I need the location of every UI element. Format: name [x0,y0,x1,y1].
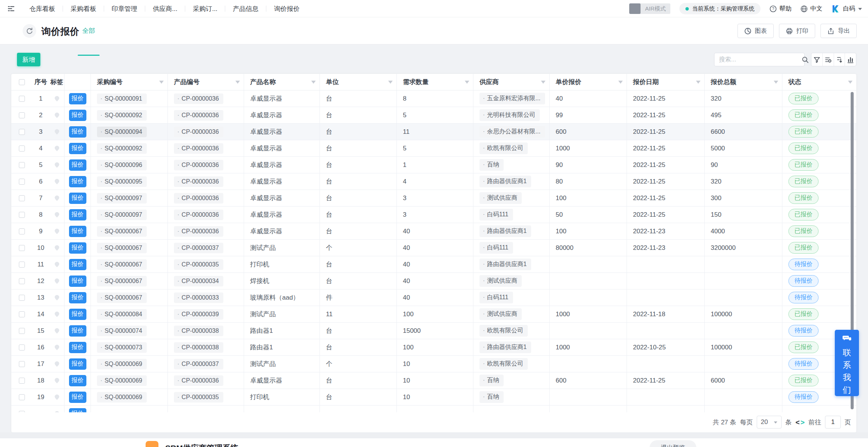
sort-caret-icon[interactable] [696,81,701,84]
help-link[interactable]: ? 帮助 [770,5,791,13]
refresh-button[interactable] [23,24,36,38]
exit-preview-button[interactable]: 退出预览 [650,440,696,447]
quote-button[interactable]: 报价 [69,93,86,104]
row-checkbox[interactable] [19,145,25,152]
quote-button[interactable]: 报价 [69,375,86,386]
menu-icon[interactable] [7,5,15,13]
table-row[interactable]: 13 报价 SQ-00000067 CP-00000033 玻璃原料（aad） … [11,289,856,306]
quote-button[interactable]: 报价 [69,259,86,270]
nav-item[interactable]: 询价报价 [266,5,307,13]
search-input[interactable] [714,56,802,63]
air-mode-toggle[interactable]: AIR模式 [629,3,670,14]
row-checkbox[interactable] [19,212,25,218]
quote-button[interactable]: 报价 [69,276,86,287]
row-checkbox[interactable] [19,378,25,384]
table-row[interactable]: 2 报价 SQ-00000092 CP-00000036 卓威显示器 台 5 光… [11,107,856,124]
table-row[interactable]: 报价 [11,406,856,412]
chart-view-button[interactable] [845,53,856,66]
row-checkbox[interactable] [19,394,25,400]
row-checkbox[interactable] [19,162,25,168]
quote-button[interactable]: 报价 [69,159,86,171]
sort-caret-icon[interactable] [774,81,778,84]
prev-page-button[interactable]: < [796,419,800,426]
export-button[interactable]: 导出 [820,24,857,38]
tab-all[interactable]: 全部 [78,26,100,35]
row-checkbox[interactable] [19,245,25,251]
chart-button[interactable]: 图表 [737,24,774,38]
table-row[interactable]: 9 报价 SQ-00000067 CP-00000036 卓威显示器 台 40 … [11,223,856,240]
row-checkbox[interactable] [19,228,25,234]
row-checkbox[interactable] [19,361,25,367]
row-checkbox[interactable] [19,179,25,185]
table-row[interactable]: 14 报价 SQ-00000084 CP-00000039 测试产品 11 10… [11,306,856,323]
quote-button[interactable]: 报价 [69,292,86,303]
sort-caret-icon[interactable] [159,81,164,84]
sort-caret-icon[interactable] [541,81,545,84]
add-button[interactable]: 新增 [17,53,40,66]
nav-item[interactable]: 采购看板 [63,5,104,13]
quote-button[interactable]: 报价 [69,226,86,237]
quote-button[interactable]: 报价 [69,176,86,187]
row-checkbox[interactable] [19,295,25,301]
nav-item[interactable]: 采购订... [185,5,225,13]
contact-us-widget[interactable]: 联系我们 [835,330,859,396]
search-button[interactable] [802,56,809,63]
row-checkbox[interactable] [19,344,25,351]
quote-button[interactable]: 报价 [69,209,86,220]
table-row[interactable]: 17 报价 SQ-00000069 CP-00000037 测试产品 个 10 … [11,356,856,372]
quote-button[interactable]: 报价 [69,143,86,154]
quote-button[interactable]: 报价 [69,408,86,413]
print-button[interactable]: 打印 [779,24,815,38]
quote-button[interactable]: 报价 [69,110,86,121]
quote-button[interactable]: 报价 [69,342,86,353]
filter-button[interactable] [811,53,822,66]
brand-menu[interactable]: 白码 [831,5,862,13]
row-checkbox[interactable] [19,262,25,268]
row-checkbox[interactable] [19,328,25,334]
table-row[interactable]: 12 报价 SQ-00000067 CP-00000034 焊接机 台 40 测… [11,273,856,289]
table-row[interactable]: 1 报价 SQ-00000091 CP-00000036 卓威显示器 台 8 五… [11,90,856,107]
row-checkbox[interactable] [19,112,25,118]
quote-button[interactable]: 报价 [69,309,86,320]
sort-caret-icon[interactable] [465,81,469,84]
sort-caret-icon[interactable] [235,81,240,84]
table-row[interactable]: 6 报价 SQ-00000095 CP-00000036 卓威显示器 台 4 路… [11,173,856,190]
page-size-select[interactable]: 20 [757,416,782,429]
nav-item[interactable]: 产品信息 [225,5,266,13]
row-checkbox[interactable] [19,411,25,413]
table-row[interactable]: 10 报价 SQ-00000067 CP-00000037 测试产品 个 40 … [11,240,856,256]
table-row[interactable]: 3 报价 SQ-00000094 CP-00000036 卓威显示器 台 11 … [11,124,856,140]
nav-item[interactable]: 供应商... [145,5,185,13]
row-checkbox[interactable] [19,311,25,317]
table-row[interactable]: 16 报价 SQ-00000073 CP-00000038 路由器1 台 100… [11,339,856,356]
quote-button[interactable]: 报价 [69,242,86,254]
row-checkbox[interactable] [19,96,25,102]
table-row[interactable]: 11 报价 SQ-00000067 CP-00000035 打印机 台 40 路… [11,256,856,273]
quote-button[interactable]: 报价 [69,358,86,370]
row-checkbox[interactable] [19,278,25,284]
select-all-checkbox[interactable] [19,79,25,85]
quote-button[interactable]: 报价 [69,193,86,204]
row-checkbox[interactable] [19,195,25,201]
table-row[interactable]: 8 报价 SQ-00000097 CP-00000036 卓威显示器 台 3 白… [11,207,856,223]
table-row[interactable]: 15 报价 SQ-00000074 CP-00000038 路由器1 台 150… [11,323,856,339]
table-row[interactable]: 7 报价 SQ-00000097 CP-00000036 卓威显示器 台 3 测… [11,190,856,207]
quote-button[interactable]: 报价 [69,325,86,337]
column-settings-button[interactable] [822,53,834,66]
table-row[interactable]: 4 报价 SQ-00000092 CP-00000036 卓威显示器 台 5 欧… [11,140,856,157]
quote-button[interactable]: 报价 [69,392,86,403]
table-row[interactable]: 19 报价 SQ-00000069 CP-00000035 打印机 台 10 百… [11,389,856,406]
table-row[interactable]: 5 报价 SQ-00000096 CP-00000036 卓威显示器 台 1 百… [11,157,856,173]
next-page-button[interactable]: > [800,419,805,426]
nav-item[interactable]: 印章管理 [104,5,145,13]
language-switch[interactable]: 中文 [800,5,822,13]
sort-caret-icon[interactable] [618,81,623,84]
row-checkbox[interactable] [19,129,25,135]
table-row[interactable]: 18 报价 SQ-00000069 CP-00000036 卓威显示器 台 10… [11,372,856,389]
nav-item[interactable]: 仓库看板 [22,5,63,13]
quote-button[interactable]: 报价 [69,126,86,138]
sort-caret-icon[interactable] [311,81,316,84]
page-number-input[interactable]: 1 [825,416,841,429]
sort-caret-icon[interactable] [388,81,393,84]
row-height-button[interactable] [834,53,845,66]
